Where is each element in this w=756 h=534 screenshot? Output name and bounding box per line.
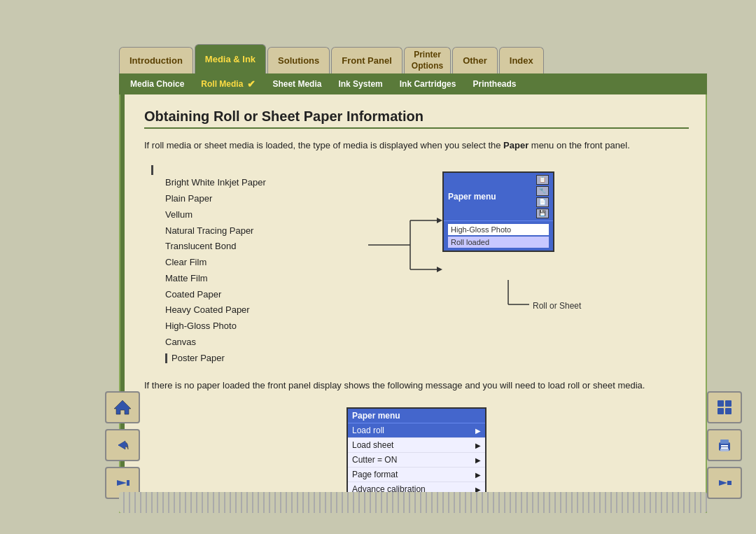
svg-rect-11 <box>127 480 130 486</box>
svg-rect-9 <box>118 444 125 446</box>
bottom-menu-title: Paper menu <box>348 409 485 423</box>
arrow-right-icon <box>715 473 734 493</box>
svg-rect-17 <box>720 440 729 444</box>
bottom-menu-item-load-sheet[interactable]: Load sheet ▶ <box>348 438 485 453</box>
list-item: Matte Film <box>165 271 354 287</box>
svg-rect-15 <box>725 408 732 414</box>
svg-marker-10 <box>117 480 127 486</box>
tab-introduction[interactable]: Introduction <box>119 47 193 73</box>
subtab-sheet-media[interactable]: Sheet Media <box>264 76 330 92</box>
list-item has-bullet: Poster Paper <box>165 351 354 367</box>
list-item: Bright White Inkjet Paper <box>165 175 354 191</box>
subtab-media-choice[interactable]: Media Choice <box>122 76 192 92</box>
right-nav-buttons <box>707 391 742 499</box>
grid-icon <box>715 398 734 417</box>
paper-menu-selected2: Roll loaded <box>448 237 549 248</box>
bottom-menu-item-cutter[interactable]: Cutter = ON ▶ <box>348 453 485 468</box>
bottom-menu-item-load-roll[interactable]: Load roll ▶ <box>348 423 485 438</box>
tab-index[interactable]: Index <box>499 47 544 73</box>
list-item: Natural Tracing Paper <box>165 223 354 239</box>
svg-rect-13 <box>725 400 732 407</box>
list-item: Plain Paper <box>165 191 354 207</box>
right-bot-button[interactable] <box>707 467 742 499</box>
bottom-paper-menu: Paper menu Load roll ▶ Load sheet ▶ Cutt… <box>144 407 689 498</box>
media-list-section: Bright White Inkjet Paper Plain Paper Ve… <box>144 164 354 367</box>
subtab-ink-system[interactable]: Ink System <box>330 76 391 92</box>
right-top-button[interactable] <box>707 391 742 423</box>
svg-marker-8 <box>114 400 131 414</box>
svg-rect-12 <box>718 400 724 407</box>
forward-icon <box>113 473 132 493</box>
home-button[interactable] <box>105 391 140 423</box>
svg-marker-5 <box>437 267 442 272</box>
main-content: Obtaining Roll or Sheet Paper Informatio… <box>119 94 707 513</box>
page-title: Obtaining Roll or Sheet Paper Informatio… <box>144 108 689 129</box>
list-item: Clear Film <box>165 255 354 271</box>
svg-rect-19 <box>721 447 728 449</box>
svg-rect-22 <box>727 481 732 485</box>
bottom-menu-box: Paper menu Load roll ▶ Load sheet ▶ Cutt… <box>346 407 486 498</box>
svg-rect-20 <box>720 449 729 451</box>
media-list: Bright White Inkjet Paper Plain Paper Ve… <box>151 175 354 366</box>
tab-front-panel[interactable]: Front Panel <box>331 47 402 73</box>
bottom-strip <box>119 492 707 513</box>
svg-rect-18 <box>721 445 728 447</box>
bullet-bar-top <box>151 165 153 175</box>
bullet-bar-poster <box>165 353 167 363</box>
left-nav-buttons <box>105 391 140 499</box>
tab-other[interactable]: Other <box>452 47 498 73</box>
svg-marker-21 <box>719 480 727 486</box>
subtab-roll-media[interactable]: Roll Media ✔ <box>192 76 264 92</box>
list-item: Translucent Bond <box>165 239 354 255</box>
roll-or-sheet-label: Roll or Sheet <box>533 301 581 311</box>
svg-rect-14 <box>718 408 724 414</box>
tab-media-ink[interactable]: Media & Ink <box>195 44 266 73</box>
paper-menu-selected1: High-Gloss Photo <box>448 224 549 235</box>
list-item: Coated Paper <box>165 287 354 303</box>
tab-printer-options[interactable]: PrinterOptions <box>404 47 451 73</box>
list-item: Canvas <box>165 335 354 351</box>
list-item: Vellum <box>165 207 354 223</box>
right-mid-button[interactable] <box>707 429 742 461</box>
bottom-text: If there is no paper loaded the front pa… <box>144 379 689 393</box>
top-navigation: Introduction Media & Ink Solutions Front… <box>119 42 707 73</box>
subtab-ink-cartridges[interactable]: Ink Cartridges <box>391 76 465 92</box>
bottom-menu-item-page-format[interactable]: Page format ▶ <box>348 468 485 482</box>
paper-menu-diagram: Paper menu 📋 🔧 📄 💾 High-Gloss Photo <box>442 171 554 252</box>
subtab-printheads[interactable]: Printheads <box>464 76 524 92</box>
tab-solutions[interactable]: Solutions <box>267 47 330 73</box>
list-item: Heavy Coated Paper <box>165 302 354 318</box>
intro-paragraph: If roll media or sheet media is loaded, … <box>144 139 689 153</box>
printer-icon <box>715 435 734 455</box>
sub-navigation: Media Choice Roll Media ✔ Sheet Media In… <box>119 73 707 94</box>
list-item: High-Gloss Photo <box>165 318 354 335</box>
svg-marker-3 <box>437 218 442 223</box>
diagram-area: Paper menu 📋 🔧 📄 💾 High-Gloss Photo <box>368 164 689 325</box>
home-icon <box>113 398 132 417</box>
back-button[interactable] <box>105 429 140 461</box>
back-icon <box>113 435 132 455</box>
